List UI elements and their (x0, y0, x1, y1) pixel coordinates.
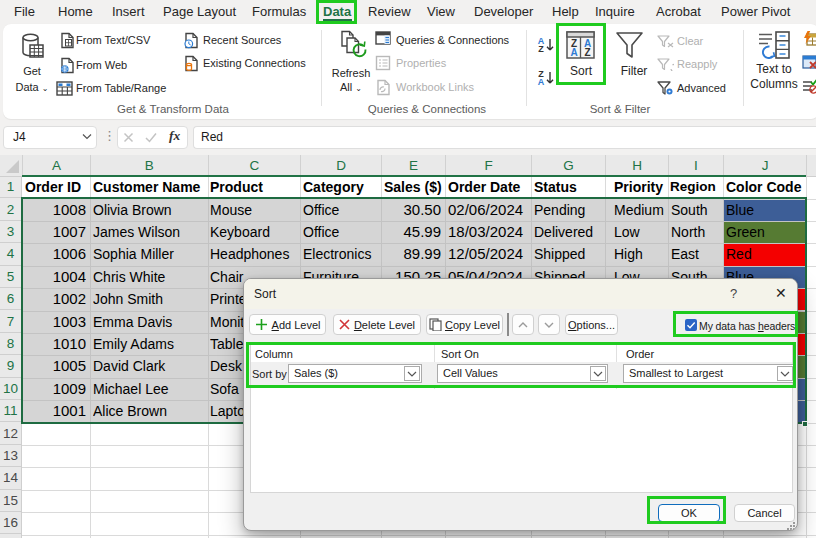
svg-text:A: A (538, 77, 545, 86)
svg-text:Z: Z (538, 44, 544, 53)
